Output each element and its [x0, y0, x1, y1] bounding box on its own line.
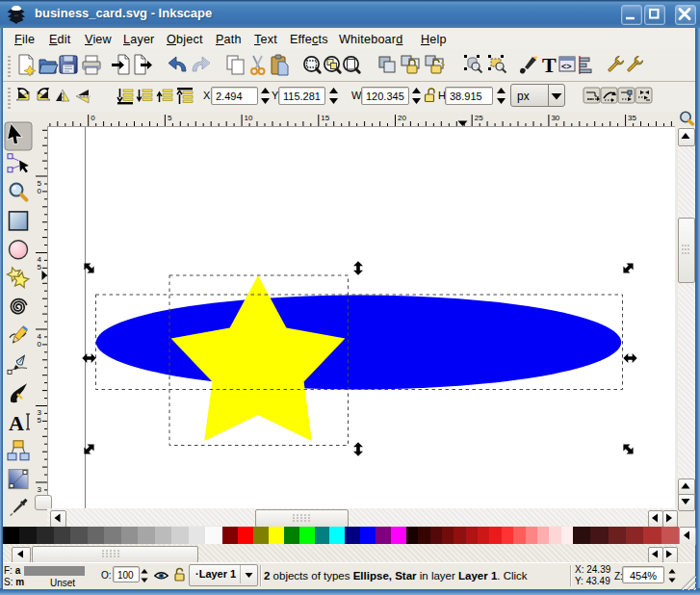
- svg-text:0: 0: [91, 114, 95, 122]
- svg-text:10: 10: [245, 114, 253, 122]
- svg-text:20: 20: [398, 114, 406, 122]
- svg-text:5: 5: [168, 114, 172, 122]
- svg-text:25: 25: [475, 114, 483, 122]
- svg-text:0: 0: [38, 340, 42, 349]
- svg-text:35: 35: [628, 114, 636, 122]
- svg-text:15: 15: [321, 114, 329, 122]
- svg-text:0: 0: [38, 187, 42, 195]
- svg-text:T: T: [542, 53, 557, 77]
- svg-text:5: 5: [38, 263, 42, 272]
- svg-text:<>: <>: [561, 62, 572, 71]
- svg-text:30: 30: [551, 114, 559, 122]
- svg-text:A: A: [9, 411, 24, 435]
- svg-text:5: 5: [38, 416, 42, 425]
